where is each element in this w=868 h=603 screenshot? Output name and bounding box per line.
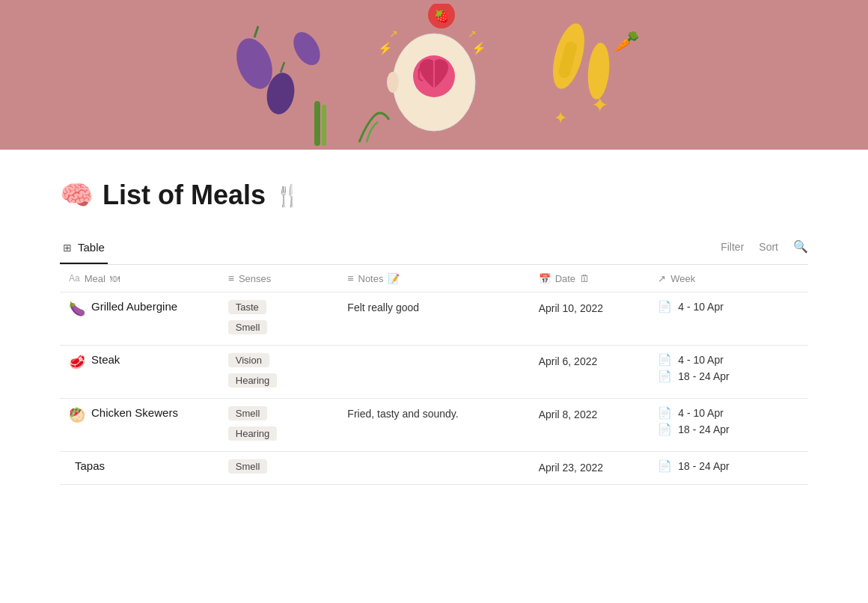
meal-cell: 🍆Grilled Aubergine: [60, 293, 219, 346]
week-doc-icon: 📄: [658, 423, 672, 436]
page-content: 🧠 List of Meals 🍴 ⊞ Table Filter Sort 🔍 …: [0, 150, 868, 515]
week-label: 18 - 24 Apr: [678, 423, 730, 435]
col-aa-icon: Aa: [69, 273, 80, 284]
svg-text:🥕: 🥕: [614, 29, 640, 54]
meal-emoji: 🥩: [69, 353, 85, 372]
svg-rect-10: [314, 101, 320, 146]
senses-cell: VisionHearing: [219, 346, 339, 399]
date-cell: April 23, 2022: [530, 452, 650, 485]
svg-text:↗: ↗: [389, 28, 398, 40]
sense-tag: Hearing: [228, 373, 278, 388]
svg-point-7: [586, 42, 612, 100]
tab-actions: Filter Sort 🔍: [721, 239, 808, 260]
col-date-label: Date: [555, 273, 575, 284]
sense-tag: Taste: [228, 300, 266, 314]
svg-point-15: [387, 72, 399, 93]
notes-cell: [338, 452, 529, 485]
date-cell: April 6, 2022: [530, 346, 650, 399]
week-label: 4 - 10 Apr: [678, 407, 724, 419]
notes-text: Felt really good: [347, 302, 419, 313]
col-meal-label: Meal: [85, 273, 106, 284]
col-week-label: Week: [670, 273, 695, 284]
notes-text: Fried, tasty and soundy.: [347, 408, 458, 420]
senses-cell: TasteSmell: [219, 293, 339, 346]
senses-cell: SmellHearing: [219, 399, 339, 452]
table-row[interactable]: 🍆Grilled AubergineTasteSmellFelt really …: [60, 293, 808, 346]
col-header-notes: ≡ Notes 📝: [338, 265, 529, 293]
meal-cell: 🥙Chicken Skewers: [60, 399, 219, 452]
meal-cell: 🥩Steak: [60, 346, 219, 399]
week-doc-icon: 📄: [658, 300, 672, 313]
svg-text:✦: ✦: [591, 94, 608, 117]
search-button[interactable]: 🔍: [793, 239, 808, 254]
week-label: 18 - 24 Apr: [678, 370, 730, 382]
date-cell: April 8, 2022: [530, 399, 650, 452]
col-notes-label: Notes: [358, 273, 384, 284]
notes-cell: Felt really good: [338, 293, 529, 346]
meal-emoji: 🍆: [69, 300, 85, 319]
tab-table-label: Table: [78, 241, 105, 254]
col-date-cal-icon: 🗓: [580, 273, 590, 284]
week-label: 4 - 10 Apr: [678, 301, 724, 313]
sense-tag: Hearing: [228, 426, 278, 441]
week-label: 4 - 10 Apr: [678, 354, 724, 366]
week-cell: 📄4 - 10 Apr: [649, 293, 808, 346]
week-doc-icon: 📄: [658, 406, 672, 420]
meal-icon: 🍴: [275, 183, 301, 208]
sense-tag: Smell: [228, 459, 268, 474]
week-cell: 📄4 - 10 Apr📄18 - 24 Apr: [649, 346, 808, 399]
week-doc-icon: 📄: [658, 459, 672, 473]
col-header-week: ↗ Week: [649, 265, 808, 293]
sense-tag: Vision: [228, 353, 269, 367]
week-entry[interactable]: 📄18 - 24 Apr: [658, 459, 799, 473]
col-list-icon-senses: ≡: [228, 272, 234, 284]
date-text: April 8, 2022: [539, 408, 598, 420]
date-text: April 23, 2022: [539, 462, 603, 474]
week-cell: 📄18 - 24 Apr: [649, 452, 808, 485]
sense-tag: Smell: [228, 320, 268, 334]
filter-button[interactable]: Filter: [721, 241, 744, 253]
tab-row: ⊞ Table Filter Sort 🔍: [60, 235, 808, 265]
tab-table[interactable]: ⊞ Table: [60, 235, 108, 264]
page-title-row: 🧠 List of Meals 🍴: [60, 180, 808, 211]
title-emoji: 🧠: [60, 180, 94, 211]
table-row[interactable]: 🥩SteakVisionHearingApril 6, 2022📄4 - 10 …: [60, 346, 808, 399]
col-arrow-icon: ↗: [658, 273, 666, 284]
notes-cell: Fried, tasty and soundy.: [338, 399, 529, 452]
week-cell: 📄4 - 10 Apr📄18 - 24 Apr: [649, 399, 808, 452]
senses-cell: Smell: [219, 452, 339, 485]
meal-name: Grilled Aubergine: [91, 300, 177, 313]
svg-text:⚡: ⚡: [378, 41, 393, 55]
col-list-icon-notes: ≡: [347, 272, 353, 284]
week-entry[interactable]: 📄4 - 10 Apr: [658, 406, 799, 420]
col-header-meal: Aa Meal 🍽: [60, 265, 219, 293]
svg-text:⚡: ⚡: [471, 41, 486, 55]
table-row[interactable]: 🥙Chicken SkewersSmellHearingFried, tasty…: [60, 399, 808, 452]
week-entry[interactable]: 📄18 - 24 Apr: [658, 423, 799, 436]
svg-rect-11: [322, 105, 326, 146]
svg-line-1: [254, 26, 258, 37]
meal-name: Steak: [91, 353, 120, 366]
meals-table: Aa Meal 🍽 ≡ Senses ≡ Notes 📝: [60, 265, 808, 485]
col-senses-label: Senses: [239, 273, 271, 284]
col-header-senses: ≡ Senses: [219, 265, 339, 293]
col-header-date: 📅 Date 🗓: [530, 265, 650, 293]
week-entry[interactable]: 📄4 - 10 Apr: [658, 300, 799, 313]
svg-line-3: [281, 62, 284, 73]
sense-tag: Smell: [228, 406, 268, 420]
meal-name: Tapas: [75, 459, 105, 472]
week-doc-icon: 📄: [658, 353, 672, 367]
col-notes-edit-icon: 📝: [388, 273, 400, 284]
svg-text:🍓: 🍓: [434, 9, 449, 23]
table-row[interactable]: TapasSmellApril 23, 2022📄18 - 24 Apr: [60, 452, 808, 485]
table-icon: ⊞: [63, 242, 72, 254]
week-doc-icon: 📄: [658, 370, 672, 383]
week-entry[interactable]: 📄18 - 24 Apr: [658, 370, 799, 383]
svg-point-4: [288, 28, 326, 70]
week-label: 18 - 24 Apr: [678, 460, 730, 472]
page-title: List of Meals: [103, 180, 266, 211]
week-entry[interactable]: 📄4 - 10 Apr: [658, 353, 799, 367]
meal-cell: Tapas: [60, 452, 219, 485]
sort-button[interactable]: Sort: [759, 241, 778, 253]
col-meal-icon: 🍽: [110, 273, 120, 284]
